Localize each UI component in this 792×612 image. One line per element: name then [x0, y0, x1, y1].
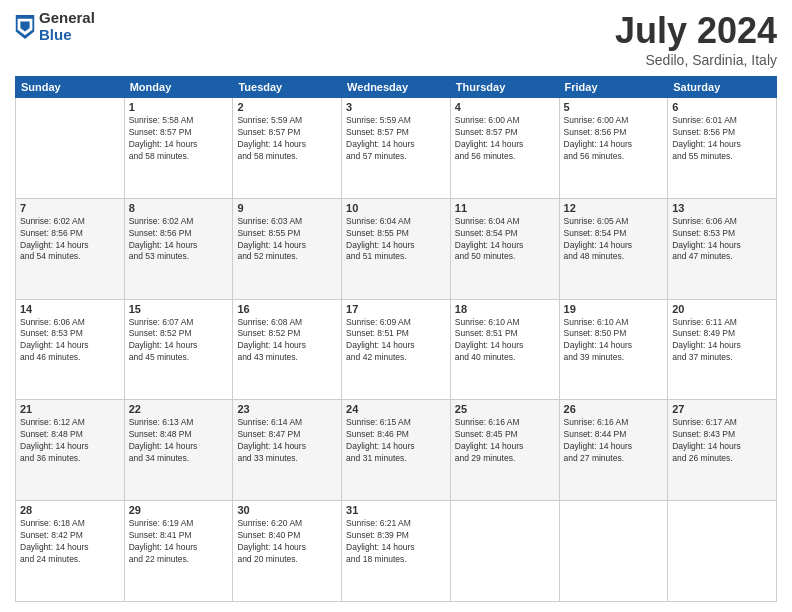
day-info: Sunrise: 6:15 AM Sunset: 8:46 PM Dayligh…: [346, 417, 446, 465]
day-info: Sunrise: 6:13 AM Sunset: 8:48 PM Dayligh…: [129, 417, 229, 465]
day-info: Sunrise: 6:20 AM Sunset: 8:40 PM Dayligh…: [237, 518, 337, 566]
logo-text: General Blue: [39, 10, 95, 43]
table-row: 18Sunrise: 6:10 AM Sunset: 8:51 PM Dayli…: [450, 299, 559, 400]
day-number: 26: [564, 403, 664, 415]
page: General Blue July 2024 Sedilo, Sardinia,…: [0, 0, 792, 612]
day-number: 25: [455, 403, 555, 415]
table-row: 29Sunrise: 6:19 AM Sunset: 8:41 PM Dayli…: [124, 501, 233, 602]
table-row: 24Sunrise: 6:15 AM Sunset: 8:46 PM Dayli…: [342, 400, 451, 501]
day-number: 7: [20, 202, 120, 214]
day-number: 2: [237, 101, 337, 113]
day-info: Sunrise: 6:14 AM Sunset: 8:47 PM Dayligh…: [237, 417, 337, 465]
day-info: Sunrise: 5:58 AM Sunset: 8:57 PM Dayligh…: [129, 115, 229, 163]
day-info: Sunrise: 6:10 AM Sunset: 8:51 PM Dayligh…: [455, 317, 555, 365]
day-info: Sunrise: 6:09 AM Sunset: 8:51 PM Dayligh…: [346, 317, 446, 365]
week-row-2: 7Sunrise: 6:02 AM Sunset: 8:56 PM Daylig…: [16, 198, 777, 299]
week-row-4: 21Sunrise: 6:12 AM Sunset: 8:48 PM Dayli…: [16, 400, 777, 501]
day-info: Sunrise: 6:21 AM Sunset: 8:39 PM Dayligh…: [346, 518, 446, 566]
logo-icon: [15, 15, 35, 39]
day-number: 22: [129, 403, 229, 415]
day-number: 14: [20, 303, 120, 315]
table-row: 9Sunrise: 6:03 AM Sunset: 8:55 PM Daylig…: [233, 198, 342, 299]
table-row: [16, 98, 125, 199]
table-row: 31Sunrise: 6:21 AM Sunset: 8:39 PM Dayli…: [342, 501, 451, 602]
day-info: Sunrise: 6:12 AM Sunset: 8:48 PM Dayligh…: [20, 417, 120, 465]
week-row-1: 1Sunrise: 5:58 AM Sunset: 8:57 PM Daylig…: [16, 98, 777, 199]
table-row: 15Sunrise: 6:07 AM Sunset: 8:52 PM Dayli…: [124, 299, 233, 400]
logo: General Blue: [15, 10, 95, 43]
day-info: Sunrise: 6:18 AM Sunset: 8:42 PM Dayligh…: [20, 518, 120, 566]
day-info: Sunrise: 6:08 AM Sunset: 8:52 PM Dayligh…: [237, 317, 337, 365]
logo-general-text: General: [39, 10, 95, 27]
table-row: 5Sunrise: 6:00 AM Sunset: 8:56 PM Daylig…: [559, 98, 668, 199]
title-block: July 2024 Sedilo, Sardinia, Italy: [615, 10, 777, 68]
table-row: 23Sunrise: 6:14 AM Sunset: 8:47 PM Dayli…: [233, 400, 342, 501]
day-number: 11: [455, 202, 555, 214]
table-row: 14Sunrise: 6:06 AM Sunset: 8:53 PM Dayli…: [16, 299, 125, 400]
calendar-table: Sunday Monday Tuesday Wednesday Thursday…: [15, 76, 777, 602]
day-number: 30: [237, 504, 337, 516]
day-number: 23: [237, 403, 337, 415]
day-info: Sunrise: 6:06 AM Sunset: 8:53 PM Dayligh…: [20, 317, 120, 365]
day-number: 28: [20, 504, 120, 516]
day-info: Sunrise: 6:17 AM Sunset: 8:43 PM Dayligh…: [672, 417, 772, 465]
day-number: 31: [346, 504, 446, 516]
day-number: 8: [129, 202, 229, 214]
main-title: July 2024: [615, 10, 777, 52]
calendar-header-row: Sunday Monday Tuesday Wednesday Thursday…: [16, 77, 777, 98]
header-thursday: Thursday: [450, 77, 559, 98]
day-number: 16: [237, 303, 337, 315]
day-info: Sunrise: 6:07 AM Sunset: 8:52 PM Dayligh…: [129, 317, 229, 365]
day-number: 1: [129, 101, 229, 113]
day-info: Sunrise: 6:16 AM Sunset: 8:45 PM Dayligh…: [455, 417, 555, 465]
day-number: 27: [672, 403, 772, 415]
table-row: 1Sunrise: 5:58 AM Sunset: 8:57 PM Daylig…: [124, 98, 233, 199]
day-info: Sunrise: 6:00 AM Sunset: 8:57 PM Dayligh…: [455, 115, 555, 163]
day-number: 18: [455, 303, 555, 315]
header-monday: Monday: [124, 77, 233, 98]
week-row-5: 28Sunrise: 6:18 AM Sunset: 8:42 PM Dayli…: [16, 501, 777, 602]
day-info: Sunrise: 6:05 AM Sunset: 8:54 PM Dayligh…: [564, 216, 664, 264]
day-info: Sunrise: 6:01 AM Sunset: 8:56 PM Dayligh…: [672, 115, 772, 163]
table-row: 27Sunrise: 6:17 AM Sunset: 8:43 PM Dayli…: [668, 400, 777, 501]
day-number: 10: [346, 202, 446, 214]
table-row: 6Sunrise: 6:01 AM Sunset: 8:56 PM Daylig…: [668, 98, 777, 199]
table-row: 22Sunrise: 6:13 AM Sunset: 8:48 PM Dayli…: [124, 400, 233, 501]
day-number: 3: [346, 101, 446, 113]
day-info: Sunrise: 6:16 AM Sunset: 8:44 PM Dayligh…: [564, 417, 664, 465]
day-info: Sunrise: 6:02 AM Sunset: 8:56 PM Dayligh…: [20, 216, 120, 264]
day-info: Sunrise: 6:19 AM Sunset: 8:41 PM Dayligh…: [129, 518, 229, 566]
day-number: 17: [346, 303, 446, 315]
table-row: 25Sunrise: 6:16 AM Sunset: 8:45 PM Dayli…: [450, 400, 559, 501]
subtitle: Sedilo, Sardinia, Italy: [615, 52, 777, 68]
day-number: 15: [129, 303, 229, 315]
day-number: 4: [455, 101, 555, 113]
header-tuesday: Tuesday: [233, 77, 342, 98]
day-info: Sunrise: 6:04 AM Sunset: 8:55 PM Dayligh…: [346, 216, 446, 264]
table-row: 11Sunrise: 6:04 AM Sunset: 8:54 PM Dayli…: [450, 198, 559, 299]
table-row: [450, 501, 559, 602]
day-number: 6: [672, 101, 772, 113]
table-row: 26Sunrise: 6:16 AM Sunset: 8:44 PM Dayli…: [559, 400, 668, 501]
logo-blue-text: Blue: [39, 27, 95, 44]
table-row: 28Sunrise: 6:18 AM Sunset: 8:42 PM Dayli…: [16, 501, 125, 602]
header-friday: Friday: [559, 77, 668, 98]
table-row: [559, 501, 668, 602]
table-row: 30Sunrise: 6:20 AM Sunset: 8:40 PM Dayli…: [233, 501, 342, 602]
table-row: 7Sunrise: 6:02 AM Sunset: 8:56 PM Daylig…: [16, 198, 125, 299]
table-row: 13Sunrise: 6:06 AM Sunset: 8:53 PM Dayli…: [668, 198, 777, 299]
day-info: Sunrise: 6:11 AM Sunset: 8:49 PM Dayligh…: [672, 317, 772, 365]
header: General Blue July 2024 Sedilo, Sardinia,…: [15, 10, 777, 68]
day-number: 29: [129, 504, 229, 516]
day-info: Sunrise: 6:03 AM Sunset: 8:55 PM Dayligh…: [237, 216, 337, 264]
day-number: 21: [20, 403, 120, 415]
day-info: Sunrise: 5:59 AM Sunset: 8:57 PM Dayligh…: [346, 115, 446, 163]
day-number: 12: [564, 202, 664, 214]
table-row: 4Sunrise: 6:00 AM Sunset: 8:57 PM Daylig…: [450, 98, 559, 199]
day-info: Sunrise: 5:59 AM Sunset: 8:57 PM Dayligh…: [237, 115, 337, 163]
table-row: 16Sunrise: 6:08 AM Sunset: 8:52 PM Dayli…: [233, 299, 342, 400]
table-row: 3Sunrise: 5:59 AM Sunset: 8:57 PM Daylig…: [342, 98, 451, 199]
table-row: 17Sunrise: 6:09 AM Sunset: 8:51 PM Dayli…: [342, 299, 451, 400]
table-row: 2Sunrise: 5:59 AM Sunset: 8:57 PM Daylig…: [233, 98, 342, 199]
table-row: 12Sunrise: 6:05 AM Sunset: 8:54 PM Dayli…: [559, 198, 668, 299]
